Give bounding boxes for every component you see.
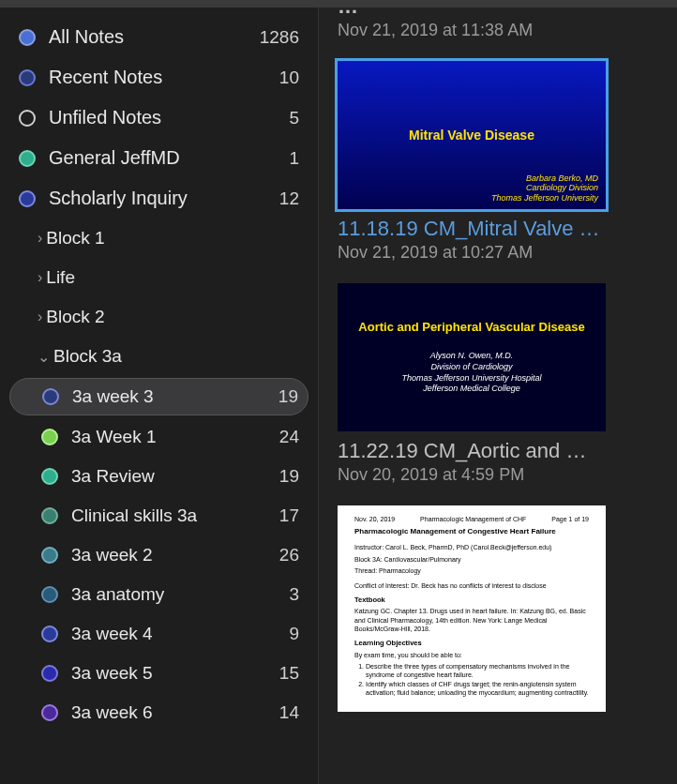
note-title: 11.22.19 CM_Aortic and Peripheral Vascul… bbox=[338, 439, 600, 463]
folder-color-dot bbox=[19, 69, 36, 86]
sidebar-item-label: All Notes bbox=[49, 26, 260, 48]
chevron-right-icon[interactable]: › bbox=[38, 230, 42, 247]
note-thumbnail[interactable]: Mitral Valve Disease Barbara Berko, MD C… bbox=[338, 61, 606, 209]
doc-header: Nov. 20, 2019 Pharmacologic Management o… bbox=[354, 515, 589, 523]
sidebar-item-label: Life bbox=[46, 267, 299, 288]
folder-color-dot bbox=[19, 29, 36, 46]
slide-title: Aortic and Peripheral Vascular Disease bbox=[358, 320, 584, 334]
note-card[interactable]: Mitral Valve Disease Barbara Berko, MD C… bbox=[338, 61, 658, 263]
sidebar-item-count: 15 bbox=[279, 663, 299, 684]
sidebar-item[interactable]: 3a week 226 bbox=[9, 537, 308, 573]
slide-meta: Alyson N. Owen, M.D. Division of Cardiol… bbox=[401, 351, 541, 395]
sidebar-item-count: 12 bbox=[279, 188, 299, 209]
folder-color-dot bbox=[42, 388, 59, 405]
sidebar-item-count: 3 bbox=[289, 584, 299, 605]
note-card[interactable]: Aortic and Peripheral Vascular Disease A… bbox=[338, 283, 658, 485]
slide-meta: Barbara Berko, MD Cardiology Division Th… bbox=[491, 173, 598, 204]
chevron-down-icon[interactable]: ⌄ bbox=[38, 348, 50, 366]
sidebar-item-label: 3a anatomy bbox=[71, 584, 289, 605]
note-list-pane: … Nov 21, 2019 at 11:38 AM Mitral Valve … bbox=[319, 0, 677, 784]
sidebar-item[interactable]: Recent Notes10 bbox=[9, 59, 308, 96]
sidebar-item-label: Block 2 bbox=[46, 307, 299, 327]
sidebar-item-label: Scholarly Inquiry bbox=[49, 188, 279, 209]
sidebar-item[interactable]: Clinical skills 3a17 bbox=[9, 498, 308, 534]
folder-color-dot bbox=[41, 626, 58, 642]
sidebar-item-count: 19 bbox=[278, 386, 298, 407]
sidebar-item-count: 1286 bbox=[260, 27, 299, 48]
note-card[interactable]: Nov. 20, 2019 Pharmacologic Management o… bbox=[338, 505, 658, 712]
chevron-right-icon[interactable]: › bbox=[38, 269, 42, 286]
note-thumbnail[interactable]: Aortic and Peripheral Vascular Disease A… bbox=[338, 283, 606, 431]
sidebar-item-count: 14 bbox=[279, 702, 299, 723]
note-date: Nov 21, 2019 at 10:27 AM bbox=[338, 243, 658, 263]
sidebar-item[interactable]: 3a week 515 bbox=[9, 656, 308, 691]
note-title: 11.18.19 CM_Mitral Valve Disease bbox=[338, 217, 600, 241]
note-date: Nov 20, 2019 at 4:59 PM bbox=[338, 465, 658, 485]
sidebar-item-count: 10 bbox=[279, 68, 299, 88]
sidebar-item-label: 3a week 2 bbox=[71, 545, 279, 565]
sidebar-item[interactable]: All Notes1286 bbox=[9, 19, 308, 55]
sidebar-item[interactable]: ›Block 2 bbox=[9, 299, 308, 335]
folder-color-dot bbox=[41, 704, 58, 721]
sidebar-item-count: 5 bbox=[289, 108, 299, 128]
sidebar-item[interactable]: General JeffMD1 bbox=[9, 140, 308, 176]
sidebar-item-count: 17 bbox=[279, 505, 299, 526]
window-titlebar bbox=[0, 0, 677, 8]
folder-color-dot bbox=[41, 507, 58, 524]
sidebar-item[interactable]: 3a week 614 bbox=[9, 695, 308, 731]
folder-color-dot bbox=[41, 468, 58, 485]
sidebar-item-label: Recent Notes bbox=[49, 67, 279, 88]
sidebar-item-label: General JeffMD bbox=[49, 147, 289, 169]
folder-color-dot bbox=[19, 150, 36, 167]
folder-color-dot bbox=[41, 586, 58, 603]
note-date: Nov 21, 2019 at 11:38 AM bbox=[338, 21, 658, 40]
sidebar-item-count: 1 bbox=[289, 148, 299, 169]
sidebar-item-label: 3a week 3 bbox=[72, 386, 278, 407]
sidebar-item[interactable]: Unfiled Notes5 bbox=[9, 99, 308, 136]
folder-color-dot bbox=[19, 190, 36, 207]
sidebar-item-label: 3a Review bbox=[71, 466, 279, 487]
sidebar-item-label: Block 3a bbox=[53, 346, 299, 367]
sidebar-item[interactable]: ›Life bbox=[9, 260, 308, 295]
sidebar-item-count: 9 bbox=[289, 624, 299, 644]
chevron-right-icon[interactable]: › bbox=[38, 309, 42, 325]
sidebar-item-label: 3a week 6 bbox=[71, 702, 279, 723]
sidebar-item-label: Block 1 bbox=[46, 228, 299, 249]
sidebar-item-label: 3a week 5 bbox=[71, 663, 279, 684]
sidebar-item-label: 3a Week 1 bbox=[71, 427, 279, 447]
sidebar: All Notes1286Recent Notes10Unfiled Notes… bbox=[0, 0, 319, 784]
folder-color-dot bbox=[41, 665, 58, 682]
sidebar-item[interactable]: 3a week 49 bbox=[9, 616, 308, 652]
doc-title: Pharmacologic Management of Congestive H… bbox=[354, 527, 589, 537]
sidebar-item[interactable]: 3a Review19 bbox=[9, 459, 308, 494]
folder-color-dot bbox=[19, 110, 36, 127]
sidebar-item-count: 19 bbox=[279, 466, 299, 487]
sidebar-item[interactable]: ›Block 1 bbox=[9, 220, 308, 256]
note-thumbnail[interactable]: Nov. 20, 2019 Pharmacologic Management o… bbox=[338, 505, 606, 712]
sidebar-item[interactable]: Scholarly Inquiry12 bbox=[9, 180, 308, 217]
sidebar-item-label: Clinical skills 3a bbox=[71, 505, 279, 526]
sidebar-item[interactable]: 3a anatomy3 bbox=[9, 577, 308, 612]
sidebar-item[interactable]: 3a Week 124 bbox=[9, 419, 308, 455]
sidebar-item-count: 26 bbox=[279, 545, 299, 565]
sidebar-item-count: 24 bbox=[279, 427, 299, 447]
sidebar-item-label: Unfiled Notes bbox=[49, 107, 289, 128]
slide-title: Mitral Valve Disease bbox=[409, 128, 534, 143]
sidebar-item-label: 3a week 4 bbox=[71, 624, 289, 644]
folder-color-dot bbox=[41, 547, 58, 564]
sidebar-item[interactable]: ⌄Block 3a bbox=[9, 339, 308, 374]
folder-color-dot bbox=[41, 429, 58, 445]
sidebar-item[interactable]: 3a week 319 bbox=[9, 378, 308, 415]
